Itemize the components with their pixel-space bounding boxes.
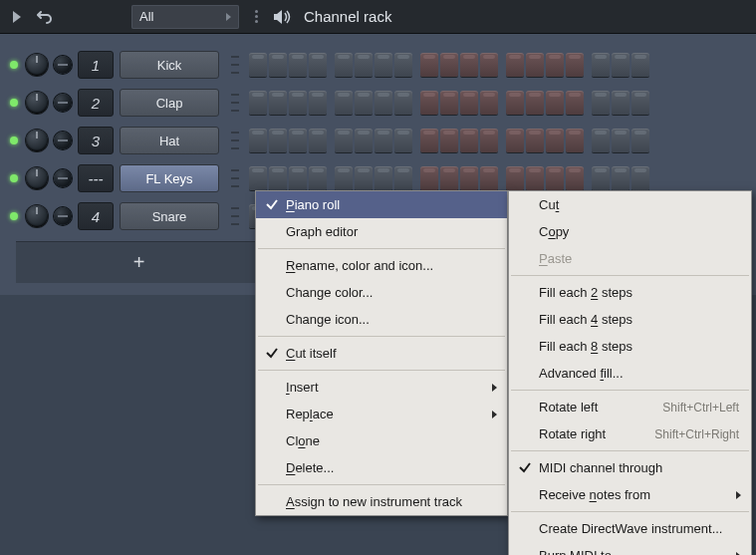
menu-item[interactable]: Receive notes from xyxy=(509,481,751,508)
step-button[interactable] xyxy=(309,166,327,190)
drag-handle-icon[interactable] xyxy=(255,10,258,23)
step-button[interactable] xyxy=(612,91,630,115)
step-button[interactable] xyxy=(375,53,392,77)
step-button[interactable] xyxy=(546,166,564,190)
menu-item[interactable]: Advanced fill... xyxy=(509,360,751,387)
step-button[interactable] xyxy=(526,129,544,152)
mixer-track-number[interactable]: 3 xyxy=(78,127,114,154)
step-button[interactable] xyxy=(480,129,498,152)
menu-item[interactable]: Change color... xyxy=(256,279,507,306)
menu-item[interactable]: Clone xyxy=(256,427,507,454)
step-button[interactable] xyxy=(592,91,610,115)
step-button[interactable] xyxy=(592,53,610,77)
menu-item[interactable]: Fill each 2 steps xyxy=(509,279,751,306)
step-button[interactable] xyxy=(269,53,287,77)
step-button[interactable] xyxy=(526,53,544,77)
mixer-track-number[interactable]: --- xyxy=(78,164,114,192)
step-button[interactable] xyxy=(440,53,458,77)
step-button[interactable] xyxy=(566,91,584,115)
step-button[interactable] xyxy=(612,129,630,152)
undo-button[interactable] xyxy=(34,4,56,30)
step-button[interactable] xyxy=(289,91,307,115)
channel-button[interactable]: FL Keys xyxy=(120,164,219,192)
step-button[interactable] xyxy=(269,129,287,152)
step-button[interactable] xyxy=(355,129,373,152)
step-button[interactable] xyxy=(355,91,373,115)
step-button[interactable] xyxy=(460,53,478,77)
step-button[interactable] xyxy=(440,91,458,115)
mixer-track-number[interactable]: 4 xyxy=(78,202,114,230)
channel-button[interactable]: Hat xyxy=(120,127,219,154)
step-button[interactable] xyxy=(506,53,524,77)
grip-icon[interactable] xyxy=(231,129,239,152)
step-button[interactable] xyxy=(631,53,649,77)
step-button[interactable] xyxy=(394,53,412,77)
menu-item[interactable]: Fill each 8 steps xyxy=(509,333,751,360)
speaker-icon[interactable] xyxy=(272,8,292,26)
step-button[interactable] xyxy=(566,53,584,77)
step-button[interactable] xyxy=(394,166,412,190)
step-button[interactable] xyxy=(566,166,584,190)
step-button[interactable] xyxy=(335,129,353,152)
menu-item[interactable]: Burn MIDI to xyxy=(509,542,751,555)
play-button[interactable] xyxy=(6,4,28,30)
channel-button[interactable]: Clap xyxy=(120,89,219,117)
step-button[interactable] xyxy=(335,166,353,190)
step-button[interactable] xyxy=(289,129,307,152)
step-button[interactable] xyxy=(460,91,478,115)
mute-toggle[interactable] xyxy=(54,56,72,74)
menu-item[interactable]: Cut itself xyxy=(256,340,507,367)
step-button[interactable] xyxy=(249,91,267,115)
step-button[interactable] xyxy=(526,166,544,190)
step-button[interactable] xyxy=(546,129,564,152)
menu-item[interactable]: Create DirectWave instrument... xyxy=(509,515,751,542)
step-button[interactable] xyxy=(440,129,458,152)
menu-item[interactable]: Rotate rightShift+Ctrl+Right xyxy=(509,420,751,447)
step-button[interactable] xyxy=(249,166,267,190)
channel-button[interactable]: Snare xyxy=(120,202,219,230)
mute-toggle[interactable] xyxy=(54,207,72,225)
step-button[interactable] xyxy=(375,91,392,115)
step-button[interactable] xyxy=(289,166,307,190)
menu-item[interactable]: Rename, color and icon... xyxy=(256,252,507,279)
step-button[interactable] xyxy=(309,53,327,77)
step-button[interactable] xyxy=(420,53,438,77)
mute-toggle[interactable] xyxy=(54,94,72,112)
step-button[interactable] xyxy=(566,129,584,152)
pan-knob[interactable] xyxy=(26,130,48,151)
menu-item[interactable]: Cut xyxy=(509,191,751,218)
menu-item[interactable]: Copy xyxy=(509,218,751,245)
menu-item[interactable]: Delete... xyxy=(256,454,507,481)
step-button[interactable] xyxy=(480,91,498,115)
step-button[interactable] xyxy=(506,91,524,115)
menu-item[interactable]: Assign to new instrument track xyxy=(256,488,507,515)
step-button[interactable] xyxy=(375,129,392,152)
step-button[interactable] xyxy=(289,53,307,77)
step-button[interactable] xyxy=(440,166,458,190)
step-button[interactable] xyxy=(335,91,353,115)
pan-knob[interactable] xyxy=(26,92,48,114)
mute-toggle[interactable] xyxy=(54,169,72,187)
step-button[interactable] xyxy=(460,129,478,152)
step-button[interactable] xyxy=(526,91,544,115)
menu-item[interactable]: Change icon... xyxy=(256,306,507,333)
step-button[interactable] xyxy=(546,53,564,77)
mute-toggle[interactable] xyxy=(54,132,72,149)
grip-icon[interactable] xyxy=(231,91,239,115)
menu-item[interactable]: Rotate leftShift+Ctrl+Left xyxy=(509,394,751,420)
pan-knob[interactable] xyxy=(26,54,48,76)
channel-led[interactable] xyxy=(10,99,18,107)
step-button[interactable] xyxy=(309,91,327,115)
channel-led[interactable] xyxy=(10,174,18,182)
channel-led[interactable] xyxy=(10,137,18,144)
channel-filter-combo[interactable]: All xyxy=(131,5,239,29)
menu-item[interactable]: Graph editor xyxy=(256,218,507,245)
add-channel-button[interactable]: + xyxy=(16,241,262,283)
pan-knob[interactable] xyxy=(26,205,48,227)
grip-icon[interactable] xyxy=(231,166,239,190)
pan-knob[interactable] xyxy=(26,167,48,189)
channel-led[interactable] xyxy=(10,61,18,69)
step-button[interactable] xyxy=(420,129,438,152)
step-button[interactable] xyxy=(394,91,412,115)
menu-item[interactable]: Replace xyxy=(256,401,507,427)
